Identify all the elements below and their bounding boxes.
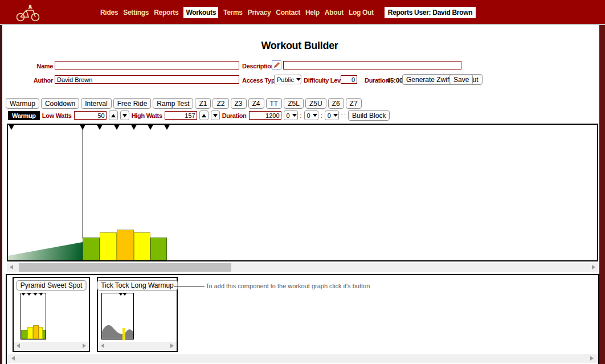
access-type-label: Access Type — [242, 77, 278, 84]
build-block-button[interactable]: Build Block — [348, 110, 390, 121]
scroll-right-icon[interactable] — [592, 265, 595, 269]
reports-user-badge[interactable]: Reports User: David Brown — [385, 7, 476, 18]
mini-block-marker-icon — [27, 293, 31, 296]
access-type-select[interactable]: Public — [274, 75, 301, 84]
scroll-right-icon[interactable] — [170, 343, 174, 348]
block-type-buttons: WarmupCooldownIntervalFree RideRamp Test… — [6, 98, 362, 109]
block-button-free-ride[interactable]: Free Ride — [113, 98, 152, 109]
block-button-cooldown[interactable]: Cooldown — [41, 98, 79, 109]
scroll-left-icon[interactable] — [17, 343, 20, 348]
minutes-value: 0 — [307, 112, 310, 119]
nav-item-settings[interactable]: Settings — [123, 9, 149, 17]
block-marker-icon[interactable] — [97, 125, 103, 130]
block-button-z5l[interactable]: Z5L — [284, 98, 304, 109]
nav-item-contact[interactable]: Contact — [276, 9, 300, 17]
nav-item-terms[interactable]: Terms — [223, 9, 243, 17]
workout-block-bar[interactable] — [134, 232, 150, 260]
scroll-left-icon[interactable] — [11, 356, 15, 361]
mini-block-marker-icon — [39, 293, 43, 296]
workout-block-bar[interactable] — [83, 238, 100, 260]
component-preview-scrollbar[interactable] — [14, 342, 89, 351]
chevron-down-icon — [313, 114, 317, 117]
yellow-interval-stripe — [122, 328, 125, 340]
workout-block-bar[interactable] — [117, 230, 134, 260]
low-watts-label: Low Watts — [42, 112, 72, 119]
component-panel-scrollbar[interactable] — [7, 354, 598, 363]
nav-item-rides[interactable]: Rides — [100, 9, 118, 17]
scrollbar-thumb[interactable] — [19, 263, 231, 272]
block-button-z5u[interactable]: Z5U — [305, 98, 326, 109]
block-duration-input[interactable] — [249, 111, 281, 120]
nav-item-privacy[interactable]: Privacy — [248, 9, 271, 17]
block-duration-label: Duration — [222, 112, 247, 119]
name-input[interactable] — [55, 61, 239, 69]
scroll-left-icon[interactable] — [10, 265, 13, 269]
nav-item-reports[interactable]: Reports — [154, 9, 178, 17]
high-watts-up-button[interactable] — [199, 111, 209, 120]
top-navigation-bar: RidesSettingsReportsWorkoutsTermsPrivacy… — [0, 0, 605, 25]
triangle-up-icon — [111, 114, 116, 117]
cyclist-icon[interactable] — [15, 3, 43, 22]
right-edge-decoration — [599, 25, 605, 364]
mini-workout-bar — [43, 330, 46, 339]
description-input[interactable] — [283, 61, 461, 69]
component-preview-scrollbar[interactable] — [98, 342, 177, 351]
difficulty-input[interactable] — [341, 75, 357, 84]
workout-builder-page: RidesSettingsReportsWorkoutsTermsPrivacy… — [0, 0, 605, 364]
block-marker-icon[interactable] — [131, 125, 137, 130]
main-nav: RidesSettingsReportsWorkoutsTermsPrivacy… — [100, 0, 476, 25]
scroll-right-icon[interactable] — [590, 356, 594, 361]
block-button-z7[interactable]: Z7 — [346, 98, 362, 109]
high-watts-down-button[interactable] — [211, 111, 220, 120]
block-button-z3[interactable]: Z3 — [231, 98, 247, 109]
seconds-select[interactable]: 0 — [325, 111, 339, 120]
block-marker-icon[interactable] — [114, 125, 120, 130]
add-tick-tock-long-warmup-button[interactable]: Tick Tock Long Warmup — [97, 280, 178, 291]
block-marker-icon[interactable] — [9, 125, 14, 130]
author-input[interactable] — [55, 75, 239, 84]
block-button-z4[interactable]: Z4 — [248, 98, 264, 109]
scroll-right-icon[interactable] — [83, 343, 86, 348]
add-pyramid-sweet-spot-button[interactable]: Pyramid Sweet Spot — [17, 280, 87, 291]
workout-block-bar[interactable] — [100, 232, 117, 260]
block-marker-icon[interactable] — [80, 125, 85, 130]
mini-block-marker-icon — [22, 293, 25, 296]
low-watts-up-button[interactable] — [109, 111, 118, 120]
save-button[interactable]: Save — [449, 74, 473, 85]
warmup-ramp-segment[interactable] — [8, 242, 83, 260]
annotation-note: To add this component to the workout gra… — [206, 283, 370, 289]
edit-description-icon[interactable] — [272, 60, 281, 69]
nav-item-help[interactable]: Help — [305, 9, 320, 17]
nav-item-workouts[interactable]: Workouts — [183, 7, 218, 18]
difficulty-label: Difficulty Level — [304, 77, 345, 84]
low-watts-input[interactable] — [74, 111, 107, 120]
block-marker-icon[interactable] — [148, 125, 153, 130]
block-button-warmup[interactable]: Warmup — [6, 98, 39, 109]
block-button-tt[interactable]: TT — [266, 98, 283, 109]
mini-workout-bar — [21, 330, 27, 339]
time-separator: : — [321, 112, 322, 119]
block-marker-icon[interactable] — [164, 125, 170, 130]
mini-workout-bar — [27, 327, 33, 339]
mini-workout-bar — [39, 327, 43, 339]
block-button-interval[interactable]: Interval — [81, 98, 111, 109]
minutes-select[interactable]: 0 — [304, 111, 318, 120]
access-type-value: Public — [277, 76, 294, 83]
block-button-ramp-test[interactable]: Ramp Test — [153, 98, 193, 109]
workout-block-bar[interactable] — [150, 238, 167, 260]
high-watts-input[interactable] — [165, 111, 197, 120]
nav-item-about[interactable]: About — [325, 9, 344, 17]
component-card-tick-tock-long-warmup: Tick Tock Long Warmup — [97, 277, 178, 352]
block-button-z2[interactable]: Z2 — [212, 98, 228, 109]
block-button-z1[interactable]: Z1 — [195, 98, 211, 109]
workout-graph-scrollbar[interactable] — [7, 263, 598, 272]
scroll-left-icon[interactable] — [101, 343, 104, 348]
pencil-icon — [273, 62, 280, 68]
block-button-z6[interactable]: Z6 — [328, 98, 344, 109]
description-label: Description — [242, 63, 275, 69]
mini-workout-bar — [33, 325, 39, 339]
workout-graph-canvas[interactable] — [7, 124, 598, 261]
hours-select[interactable]: 0 — [284, 111, 298, 120]
low-watts-down-button[interactable] — [120, 111, 129, 120]
nav-item-log-out[interactable]: Log Out — [349, 9, 374, 17]
